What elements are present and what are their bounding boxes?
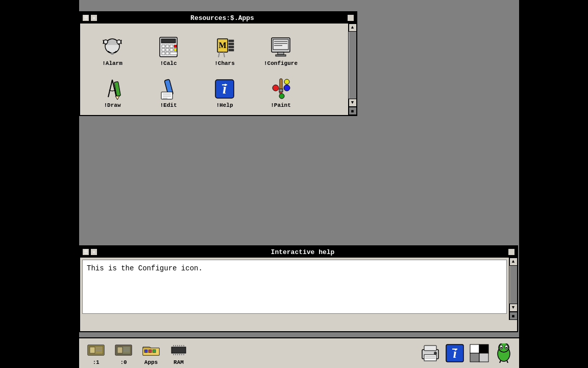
- taskbar-label-0: :0: [120, 359, 127, 365]
- app-chars[interactable]: M !Chars: [197, 28, 253, 68]
- svg-rect-44: [279, 89, 283, 92]
- help-icon-img: i: [212, 77, 237, 101]
- help-title: Interactive help: [97, 248, 508, 256]
- taskbar-info-icon[interactable]: i: [444, 342, 466, 364]
- svg-rect-88: [479, 344, 488, 353]
- svg-point-2: [104, 40, 108, 44]
- svg-point-96: [506, 347, 507, 349]
- draw-label: !Draw: [104, 102, 120, 108]
- svg-rect-13: [174, 49, 177, 51]
- taskbar-printer-icon[interactable]: [419, 342, 442, 364]
- taskbar-icon-0: [114, 341, 133, 359]
- help-close-btn[interactable]: ✕: [90, 248, 97, 256]
- svg-point-95: [501, 347, 502, 349]
- svg-point-47: [284, 85, 290, 91]
- apps-scrollbar: ▲ ▼ ◼: [348, 24, 356, 115]
- alarm-label: !Alarm: [102, 60, 122, 66]
- help-label: !Help: [216, 102, 233, 108]
- scroll-track: [349, 32, 356, 99]
- svg-rect-29: [276, 55, 286, 56]
- help-scrollbar: ▲ ▼ ◼: [509, 258, 517, 320]
- taskbar: :1 :0 A: [79, 337, 519, 368]
- taskbar-right: i: [419, 342, 515, 364]
- svg-rect-15: [166, 52, 169, 55]
- chars-icon-img: M: [212, 35, 237, 59]
- svg-rect-79: [424, 346, 436, 351]
- apps-content: !Alarm: [80, 24, 356, 115]
- app-alarm[interactable]: !Alarm: [84, 28, 140, 68]
- svg-rect-51: [90, 347, 95, 353]
- app-draw[interactable]: !Draw: [84, 70, 140, 110]
- app-configure[interactable]: !Configure: [253, 28, 309, 68]
- chars-label: !Chars: [214, 60, 235, 66]
- svg-rect-1: [111, 53, 114, 55]
- svg-rect-62: [144, 350, 148, 353]
- svg-rect-24: [273, 39, 288, 50]
- svg-line-98: [507, 360, 508, 363]
- help-menu-btn[interactable]: ☰: [82, 248, 89, 256]
- svg-text:M: M: [218, 41, 226, 50]
- right-border: [519, 0, 588, 368]
- svg-rect-6: [162, 45, 165, 48]
- help-resize-btn[interactable]: [508, 248, 515, 256]
- svg-rect-16: [170, 52, 177, 55]
- scroll-down-btn[interactable]: ▼: [349, 99, 357, 107]
- taskbar-item-1[interactable]: :1: [83, 340, 109, 366]
- paint-icon-img: [268, 77, 293, 101]
- svg-rect-65: [172, 347, 186, 353]
- svg-rect-9: [174, 45, 177, 48]
- svg-rect-89: [470, 353, 479, 362]
- svg-rect-28: [278, 52, 284, 55]
- apps-window: ☰ ✕ Resources:$.Apps: [79, 11, 357, 116]
- paint-label: !Paint: [271, 102, 291, 108]
- apps-resize-btn[interactable]: [347, 14, 354, 21]
- svg-rect-57: [117, 347, 122, 353]
- scroll-up-btn[interactable]: ▲: [349, 24, 357, 32]
- svg-rect-11: [166, 49, 169, 51]
- svg-rect-64: [153, 350, 156, 353]
- app-paint[interactable]: !Paint: [253, 70, 309, 110]
- taskbar-icon-1: [87, 341, 105, 359]
- taskbar-label-apps: Apps: [144, 359, 158, 365]
- svg-rect-22: [229, 49, 234, 51]
- app-calc[interactable]: !Calc: [140, 28, 197, 68]
- svg-rect-10: [162, 49, 165, 51]
- help-scroll-up-btn[interactable]: ▲: [509, 258, 518, 266]
- taskbar-alien-icon[interactable]: [493, 342, 515, 364]
- taskbar-colors-icon[interactable]: [468, 342, 491, 364]
- svg-rect-20: [229, 43, 234, 45]
- app-edit[interactable]: !Edit: [140, 70, 197, 110]
- taskbar-item-apps[interactable]: Apps: [138, 340, 164, 366]
- taskbar-label-ram: RAM: [174, 359, 184, 365]
- configure-icon-img: [268, 35, 293, 59]
- configure-label: !Configure: [264, 60, 298, 66]
- left-border: [0, 0, 79, 368]
- svg-point-3: [117, 40, 121, 44]
- apps-grid: !Alarm: [80, 24, 356, 115]
- svg-rect-14: [162, 52, 165, 55]
- edit-icon-img: [156, 77, 181, 101]
- svg-rect-5: [161, 39, 176, 43]
- svg-rect-7: [166, 45, 169, 48]
- svg-rect-80: [424, 355, 436, 361]
- help-scroll-down-btn[interactable]: ▼: [509, 304, 518, 312]
- svg-rect-19: [229, 40, 234, 42]
- apps-close-btn[interactable]: ✕: [90, 14, 97, 21]
- svg-rect-63: [149, 350, 152, 353]
- help-titlebar: ☰ ✕ Interactive help: [80, 246, 517, 258]
- app-help[interactable]: i !Help: [197, 70, 253, 110]
- draw-icon-img: [100, 77, 125, 101]
- taskbar-item-ram[interactable]: RAM: [166, 340, 191, 366]
- scroll-corner-btn[interactable]: ◼: [349, 107, 357, 115]
- svg-point-46: [279, 94, 284, 99]
- taskbar-item-0[interactable]: :0: [111, 340, 136, 366]
- calc-icon-img: [156, 35, 181, 59]
- svg-point-48: [284, 79, 289, 84]
- help-scroll-track: [510, 266, 517, 304]
- apps-menu-btn[interactable]: ☰: [82, 14, 89, 21]
- calc-label: !Calc: [160, 60, 177, 66]
- help-scroll-corner-btn[interactable]: ◼: [509, 312, 518, 320]
- svg-rect-87: [470, 344, 479, 353]
- taskbar-icon-apps: [142, 341, 160, 359]
- svg-text:i: i: [223, 81, 227, 97]
